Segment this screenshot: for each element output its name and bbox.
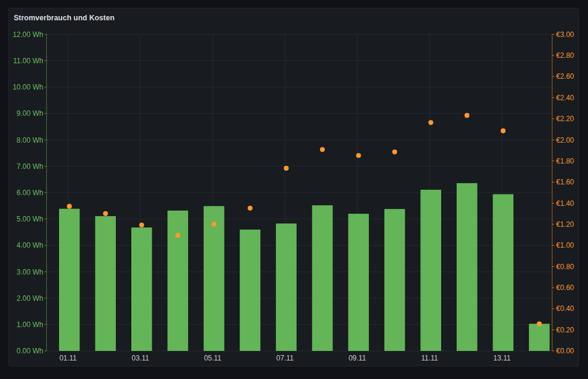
svg-text:3.00 Wh: 3.00 Wh: [17, 268, 44, 276]
svg-text:€0.00: €0.00: [556, 347, 574, 355]
svg-text:€2.40: €2.40: [556, 94, 574, 102]
svg-text:13.11: 13.11: [493, 354, 510, 362]
svg-text:€0.20: €0.20: [556, 326, 574, 334]
svg-text:€3.00: €3.00: [556, 30, 574, 39]
svg-text:7.00 Wh: 7.00 Wh: [17, 162, 44, 171]
svg-text:1.00 Wh: 1.00 Wh: [17, 321, 44, 329]
svg-text:€1.20: €1.20: [556, 220, 574, 229]
svg-text:9.00 Wh: 9.00 Wh: [17, 109, 44, 118]
svg-text:€1.00: €1.00: [556, 241, 574, 249]
svg-text:0.00 Wh: 0.00 Wh: [17, 347, 44, 355]
svg-text:05.11: 05.11: [204, 354, 221, 362]
svg-text:€2.00: €2.00: [556, 136, 574, 144]
svg-text:€2.80: €2.80: [556, 51, 574, 60]
svg-text:€2.20: €2.20: [556, 115, 574, 123]
svg-text:€2.60: €2.60: [556, 72, 574, 81]
svg-text:2.00 Wh: 2.00 Wh: [17, 294, 44, 303]
svg-text:€1.80: €1.80: [556, 157, 574, 165]
svg-text:03.11: 03.11: [132, 354, 149, 362]
svg-text:Stromverbrauch und Kosten: Stromverbrauch und Kosten: [14, 14, 115, 22]
svg-text:11.00 Wh: 11.00 Wh: [13, 57, 43, 65]
svg-text:€0.40: €0.40: [556, 304, 574, 313]
svg-text:6.00 Wh: 6.00 Wh: [17, 189, 44, 197]
svg-text:€1.40: €1.40: [556, 199, 574, 208]
svg-text:11.11: 11.11: [421, 354, 439, 362]
svg-text:4.00 Wh: 4.00 Wh: [17, 241, 44, 249]
svg-text:€1.60: €1.60: [556, 178, 574, 186]
svg-text:09.11: 09.11: [349, 354, 366, 362]
svg-text:8.00 Wh: 8.00 Wh: [17, 136, 44, 144]
svg-text:10.00 Wh: 10.00 Wh: [13, 83, 43, 91]
svg-text:07.11: 07.11: [276, 354, 294, 362]
svg-text:€0.60: €0.60: [556, 284, 574, 292]
svg-text:12.00 Wh: 12.00 Wh: [13, 30, 43, 39]
svg-text:5.00 Wh: 5.00 Wh: [17, 215, 44, 223]
svg-text:01.11: 01.11: [59, 354, 76, 362]
svg-text:€0.80: €0.80: [556, 263, 574, 271]
